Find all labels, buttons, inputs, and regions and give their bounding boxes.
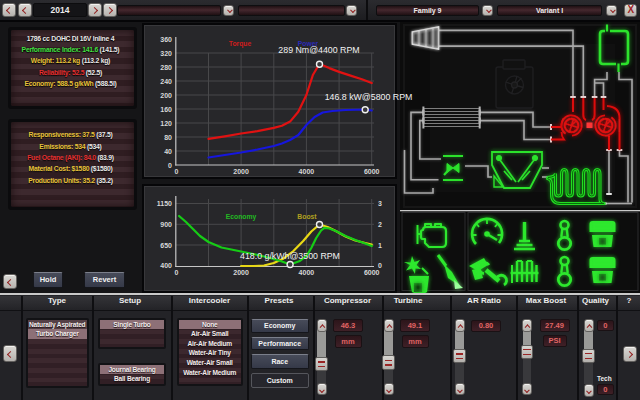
svg-text:280: 280 [160,64,172,71]
svg-text:400: 400 [160,262,172,269]
svg-text:6000: 6000 [364,269,380,276]
svg-text:200: 200 [160,92,172,99]
svg-text:3: 3 [378,200,382,207]
svg-text:240: 240 [160,78,172,85]
svg-text:Boost: Boost [297,213,317,220]
svg-text:650: 650 [160,242,172,249]
svg-text:0: 0 [168,162,172,169]
svg-text:2000: 2000 [233,269,249,276]
svg-text:900: 900 [160,221,172,228]
svg-text:2000: 2000 [233,168,249,175]
svg-text:Power: Power [298,40,319,47]
svg-text:4000: 4000 [299,269,315,276]
svg-text:0: 0 [175,168,179,175]
svg-text:120: 120 [160,120,172,127]
svg-text:1: 1 [378,242,382,249]
svg-text:Economy: Economy [226,213,257,221]
svg-text:Torque: Torque [229,40,252,48]
svg-text:2: 2 [378,221,382,228]
svg-text:80: 80 [164,134,172,141]
svg-text:1150: 1150 [157,200,172,207]
svg-text:4000: 4000 [299,168,315,175]
svg-text:6000: 6000 [364,168,380,175]
svg-text:360: 360 [160,36,172,43]
svg-text:160: 160 [160,106,172,113]
svg-text:0: 0 [175,269,179,276]
svg-text:320: 320 [160,50,172,57]
svg-text:40: 40 [164,148,172,155]
